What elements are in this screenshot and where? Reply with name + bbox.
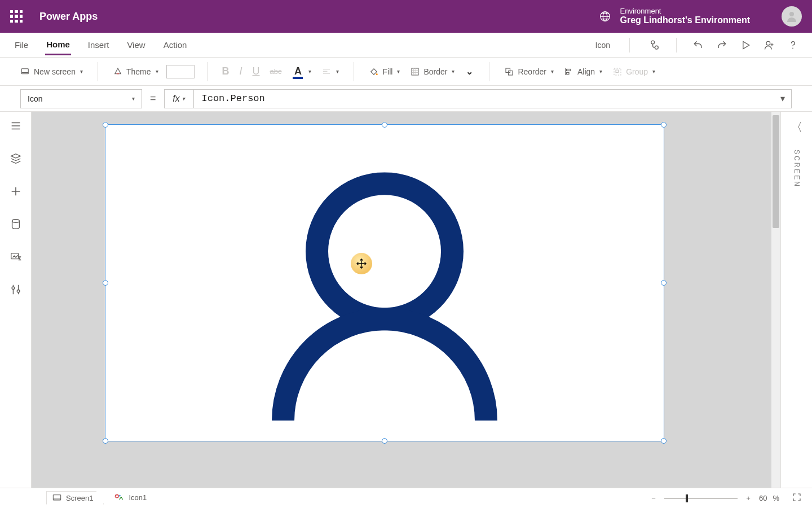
environment-name: Greg Lindhorst's Environment: [620, 15, 751, 25]
context-control-type: Icon: [595, 41, 610, 50]
bold-button: B: [220, 63, 232, 80]
svg-rect-15: [616, 70, 619, 73]
tree-view-icon[interactable]: [10, 152, 22, 165]
underline-button: U: [250, 63, 262, 80]
environment-label: Environment: [620, 7, 751, 15]
svg-rect-9: [412, 68, 418, 75]
fit-to-window-icon[interactable]: [792, 492, 802, 504]
svg-point-19: [17, 290, 20, 292]
svg-rect-14: [614, 68, 621, 75]
border-button[interactable]: Border ▾: [408, 64, 457, 79]
app-launcher-icon[interactable]: [10, 10, 23, 23]
globe-icon: [599, 10, 611, 23]
zoom-slider-thumb[interactable]: [686, 494, 688, 502]
zoom-out-button[interactable]: −: [648, 493, 659, 503]
icon-control-icon: [114, 493, 124, 502]
theme-button[interactable]: Theme ▾: [111, 64, 161, 79]
chevron-down-icon: ▾: [551, 68, 554, 75]
help-icon[interactable]: [787, 40, 798, 51]
zoom-suffix: %: [773, 494, 779, 502]
app-checker-icon[interactable]: [649, 40, 660, 51]
fx-button[interactable]: fx ▾: [165, 90, 194, 108]
svg-rect-7: [21, 68, 28, 73]
svg-point-8: [376, 73, 378, 75]
property-name: Icon: [28, 94, 42, 103]
chevron-down-icon: ▾: [599, 68, 602, 75]
user-avatar[interactable]: [782, 6, 802, 27]
environment-selector[interactable]: Environment Greg Lindhorst's Environment: [620, 7, 751, 25]
svg-point-6: [792, 47, 793, 49]
zoom-slider[interactable]: [664, 498, 738, 499]
collapse-properties-icon[interactable]: 〈: [791, 120, 802, 135]
text-align-button: ▾: [319, 64, 341, 79]
menu-view[interactable]: View: [126, 36, 146, 54]
svg-point-4: [655, 46, 658, 49]
chevron-down-icon: ▾: [156, 68, 158, 75]
chevron-down-icon: ▾: [452, 68, 454, 75]
person-icon[interactable]: [272, 172, 497, 421]
menu-home[interactable]: Home: [45, 35, 71, 55]
chevron-down-icon: ▾: [182, 95, 185, 102]
screen-canvas[interactable]: [105, 124, 664, 441]
svg-point-16: [12, 220, 19, 223]
screen-tab-label: Screen1: [66, 494, 93, 502]
undo-icon[interactable]: [692, 40, 704, 51]
scrollbar-thumb[interactable]: [773, 115, 779, 228]
border-label: Border: [423, 67, 447, 76]
reorder-label: Reorder: [518, 67, 546, 76]
formula-expand-icon[interactable]: ▾: [774, 93, 791, 104]
insert-icon[interactable]: [10, 185, 22, 198]
menu-action[interactable]: Action: [162, 36, 188, 54]
chevron-down-icon: ▾: [80, 68, 83, 75]
menu-insert[interactable]: Insert: [87, 36, 111, 54]
properties-panel-tab[interactable]: SCREEN: [793, 150, 801, 188]
data-icon[interactable]: [10, 218, 22, 230]
control-breadcrumb-label: Icon1: [129, 493, 147, 502]
new-screen-label: New screen: [34, 67, 76, 76]
redo-icon[interactable]: [716, 40, 727, 51]
fill-label: Fill: [382, 67, 392, 76]
strikethrough-button: abc: [268, 65, 284, 78]
svg-point-2: [789, 12, 794, 16]
fx-label: fx: [173, 94, 179, 104]
advanced-tools-icon[interactable]: [10, 283, 22, 296]
svg-rect-21: [53, 495, 60, 500]
screen-icon: [52, 494, 61, 502]
svg-rect-10: [506, 68, 510, 73]
preview-play-icon[interactable]: [740, 40, 751, 51]
menu-file[interactable]: File: [14, 36, 29, 54]
zoom-value: 60: [759, 494, 767, 502]
new-screen-button[interactable]: New screen ▾: [18, 64, 85, 79]
italic-button: I: [237, 63, 245, 80]
product-name: Power Apps: [39, 11, 98, 23]
font-color-button[interactable]: A ▾: [289, 63, 314, 80]
svg-point-5: [766, 41, 770, 45]
chevron-down-icon: ▾: [132, 95, 135, 102]
reorder-button[interactable]: Reorder ▾: [502, 64, 556, 79]
svg-point-3: [651, 41, 655, 44]
svg-rect-12: [567, 69, 571, 71]
zoom-in-button[interactable]: +: [743, 493, 753, 503]
property-selector[interactable]: Icon ▾: [20, 89, 142, 108]
equals-sign: =: [150, 93, 156, 104]
media-icon[interactable]: [10, 251, 22, 263]
formula-input[interactable]: [194, 90, 774, 108]
screen-tab[interactable]: Screen1: [46, 491, 104, 505]
background-swatch[interactable]: [166, 65, 195, 78]
fill-button[interactable]: Fill ▾: [367, 64, 402, 79]
group-button: Group ▾: [610, 64, 657, 79]
group-label: Group: [626, 67, 648, 76]
align-button[interactable]: Align ▾: [562, 64, 604, 79]
move-cursor-icon: [351, 253, 372, 274]
svg-point-18: [12, 287, 15, 290]
control-breadcrumb[interactable]: Icon1: [108, 491, 157, 505]
hamburger-icon[interactable]: [10, 120, 22, 132]
svg-rect-11: [509, 71, 513, 75]
chevron-down-icon: ▾: [652, 68, 655, 75]
design-canvas[interactable]: [32, 112, 780, 488]
share-icon[interactable]: [764, 40, 775, 51]
vertical-scrollbar[interactable]: [771, 112, 780, 488]
expand-format-icon[interactable]: ⌄: [466, 66, 473, 77]
theme-label: Theme: [126, 67, 151, 76]
chevron-down-icon: ▾: [397, 68, 400, 75]
